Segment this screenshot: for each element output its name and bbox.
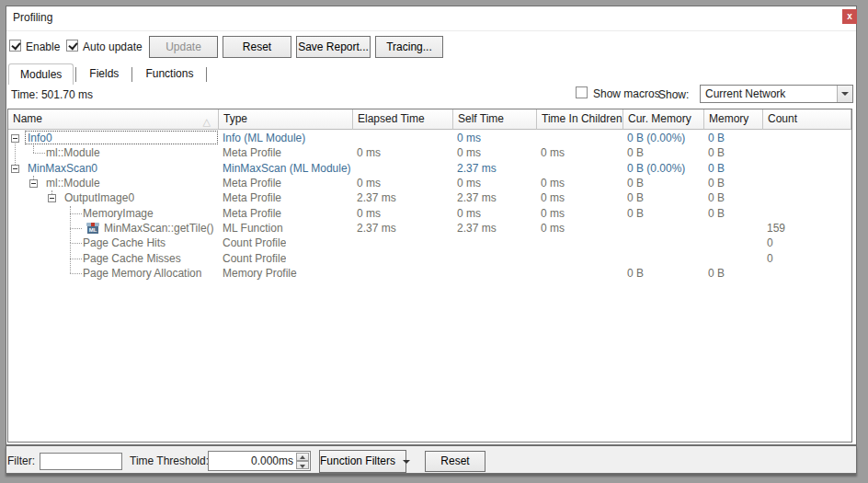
table-row[interactable]: ml::ModuleMeta Profile0 ms0 ms0 ms0 B0 B [8,176,851,191]
time-threshold-value: 0.000ms [251,454,293,467]
tree-branch-line [33,153,45,154]
column-header-type[interactable]: Type [219,109,353,130]
row-elapsed-time: 0 ms [357,177,381,190]
row-name: ml::Module [46,146,100,159]
function-filters-label: Function Filters [320,454,395,467]
tracing-button[interactable]: Tracing... [375,36,443,58]
auto-update-checkbox[interactable] [66,40,78,52]
row-cur-memory: 0 B [627,207,644,220]
row-name: MemoryImage [83,207,154,220]
combo-arrow-button[interactable] [837,86,852,102]
table-row[interactable]: Page Cache MissesCount Profile0 [8,251,851,267]
network-select[interactable]: Current Network [700,85,853,103]
row-time-in-children: 0 ms [541,191,565,204]
row-type: Meta Profile [223,177,281,190]
enable-checkbox[interactable] [9,40,21,52]
tab-functions[interactable]: Functions [134,63,204,85]
row-memory: 0 B [708,162,725,175]
tree-expander[interactable] [11,134,19,143]
show-label: Show: [658,88,689,101]
row-name: Info0 [28,132,52,144]
tree-expander[interactable] [11,165,19,173]
table-row[interactable]: Page Memory AllocationMemory Profile0 B0… [8,266,851,282]
tree-connector-line [70,243,71,258]
filter-label: Filter: [7,454,35,467]
table-row[interactable]: MemoryImageMeta Profile0 ms0 ms0 ms0 B0 … [8,206,851,222]
tab-fields[interactable]: Fields [78,63,130,85]
row-memory: 0 B [708,177,725,190]
table-row[interactable]: Info0Info (ML Module)0 ms0 B (0.00%)0 B [8,131,851,146]
row-cur-memory: 0 B (0.00%) [627,162,685,175]
row-memory: 0 B [708,132,725,144]
row-type: Meta Profile [223,146,281,159]
row-cur-memory: 0 B [627,267,644,280]
time-threshold-label: Time Threshold: [130,454,209,467]
stepper-down-button[interactable] [296,461,309,469]
show-macros-checkbox[interactable] [576,86,588,98]
tree-branch-line [70,228,82,229]
table-row[interactable]: MLMinMaxScan::getTile()ML Function2.37 m… [8,221,851,236]
filter-reset-button[interactable]: Reset [425,451,485,472]
row-memory: 0 B [708,267,725,280]
save-report-button[interactable]: Save Report... [296,36,371,58]
tab-separator [75,67,76,82]
profiling-table: Name△TypeElapsed TimeSelf TimeTime In Ch… [7,109,852,443]
chevron-down-icon [300,465,305,468]
reset-button[interactable]: Reset [223,36,291,58]
row-count: 159 [767,222,785,235]
column-header-time-in-children[interactable]: Time In Children [537,109,623,130]
row-self-time: 2.37 ms [457,222,497,235]
tree-expander[interactable] [48,194,56,202]
table-row[interactable]: OutputImage0Meta Profile2.37 ms2.37 ms0 … [8,190,851,206]
table-row[interactable]: MinMaxScan0MinMaxScan (ML Module)2.37 ms… [8,161,851,177]
time-threshold-stepper[interactable]: 0.000ms [208,451,311,471]
tree-branch-line [70,259,82,259]
column-header-cur-memory[interactable]: Cur. Memory [623,109,704,130]
row-elapsed-time: 2.37 ms [357,191,396,204]
function-filters-button[interactable]: Function Filters [319,450,406,473]
column-header-name[interactable]: Name△ [8,109,219,130]
row-name: MinMaxScan0 [28,162,97,175]
tab-modules[interactable]: Modules [8,63,74,85]
row-self-time: 0 ms [457,177,481,190]
network-select-value: Current Network [705,87,785,100]
tree-expander[interactable] [29,179,38,188]
tree-branch-line [70,243,82,244]
titlebar-divider [6,30,856,31]
row-name: Page Memory Allocation [83,267,201,280]
row-name: OutputImage0 [64,191,134,204]
row-self-time: 0 ms [457,132,481,144]
focus-rectangle [25,131,218,144]
row-name: Page Cache Hits [83,236,166,249]
table-rows: Info0Info (ML Module)0 ms0 B (0.00%)0 Bm… [8,131,851,287]
row-name: ml::Module [46,177,100,190]
row-cur-memory: 0 B [627,146,644,159]
table-row[interactable]: ml::ModuleMeta Profile0 ms0 ms0 ms0 B0 B [8,145,851,161]
show-macros-label: Show macros [593,87,660,100]
tree-branch-line [70,213,82,214]
row-elapsed-time: 0 ms [357,207,381,220]
row-elapsed-time: 0 ms [357,146,381,159]
row-type: Meta Profile [223,191,281,204]
filter-input[interactable] [40,453,122,470]
close-icon[interactable]: x [842,9,857,24]
row-type: ML Function [223,222,283,235]
column-header-self-time[interactable]: Self Time [453,109,537,130]
auto-update-checkbox-label: Auto update [83,40,143,53]
row-type: Count Profile [223,252,286,265]
row-count: 0 [767,252,773,265]
table-row[interactable]: Page Cache HitsCount Profile0 [8,236,851,251]
row-type: Info (ML Module) [223,132,305,144]
row-type: Meta Profile [223,207,281,220]
chevron-up-icon [300,455,305,459]
row-memory: 0 B [708,207,725,220]
column-header-count[interactable]: Count [763,109,851,130]
row-type: MinMaxScan (ML Module) [223,162,351,175]
column-header-elapsed-time[interactable]: Elapsed Time [353,109,453,130]
table-header: Name△TypeElapsed TimeSelf TimeTime In Ch… [8,109,851,130]
tree-connector-line [70,213,71,228]
stepper-up-button[interactable] [296,453,309,461]
row-memory: 0 B [708,191,725,204]
row-self-time: 0 ms [457,207,481,220]
column-header-memory[interactable]: Memory [704,109,763,130]
